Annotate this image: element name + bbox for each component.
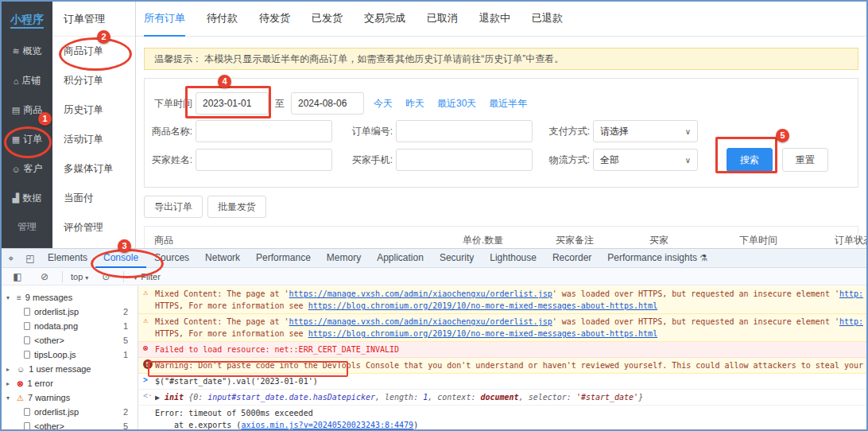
clear-console-icon[interactable]: ⊘: [35, 271, 54, 282]
tab-退款中[interactable]: 退款中: [479, 2, 510, 37]
device-toolbar-icon[interactable]: ◰: [21, 253, 40, 264]
devtools-tab-security[interactable]: Security: [432, 249, 482, 268]
expander-icon[interactable]: ▸: [6, 366, 13, 373]
secondary-sidebar: 订单管理 商品订单积分订单历史订单活动订单多媒体订单当面付评价管理: [52, 2, 136, 248]
tab-所有订单[interactable]: 所有订单: [144, 2, 185, 37]
console-tree-item-5[interactable]: ▸☺1 user message: [2, 362, 138, 376]
submenu-item-3[interactable]: 活动订单: [52, 125, 135, 154]
sidebar-item-label: 订单: [23, 133, 42, 146]
tab-交易完成[interactable]: 交易完成: [364, 2, 405, 37]
quick-link-3[interactable]: 最近半年: [489, 97, 527, 111]
console-sidebar-toggle-icon[interactable]: ◧: [8, 271, 27, 282]
sidebar-item-shop[interactable]: ⌂店铺: [2, 66, 52, 95]
console-link[interactable]: http://xcxtest.weijuju.com/res/yyxiaoche…: [839, 289, 863, 298]
console-tree-item-3[interactable]: <other>5: [2, 333, 138, 348]
expander-icon[interactable]: ▾: [6, 294, 13, 301]
console-link[interactable]: https://manage.vxsh.com/admin/xiaochengx…: [289, 289, 552, 298]
buyer-name-input[interactable]: [196, 149, 332, 171]
text-segment: Error: timeout of 5000ms exceeded: [155, 409, 313, 417]
start-date-input[interactable]: [196, 92, 269, 115]
table-header-cell: 买家: [649, 227, 668, 248]
console-message-error: ⊗Failed to load resource: net::ERR_CERT_…: [138, 342, 866, 358]
buyer-phone-label: 买家手机:: [351, 153, 393, 167]
sidebar-item-goods[interactable]: ▤商品: [2, 95, 52, 125]
submenu-item-0[interactable]: 商品订单: [52, 37, 135, 66]
console-tree-item-9[interactable]: <other>5: [2, 419, 138, 429]
message-line: HTTPS, For more information see https://…: [155, 300, 863, 312]
notice-banner: 温馨提示： 本模块只显示最近半年的商品订单，如需查看其他历史订单请前往“历史订单…: [144, 48, 858, 70]
action-button-0[interactable]: 导出订单: [144, 196, 203, 218]
buyer-phone-input[interactable]: [396, 149, 533, 171]
inspect-element-icon[interactable]: ⌖: [2, 253, 21, 264]
console-tree-item-8[interactable]: orderlist.jsp2: [2, 405, 138, 419]
tree-label: 9 messages: [25, 293, 72, 302]
context-selector[interactable]: top ▾: [71, 272, 88, 282]
console-tree-item-0[interactable]: ▾≡9 messages: [2, 290, 138, 305]
product-name-input[interactable]: [196, 120, 332, 142]
devtools-tab-memory[interactable]: Memory: [319, 249, 369, 268]
quick-link-1[interactable]: 昨天: [405, 97, 424, 111]
quick-link-0[interactable]: 今天: [374, 97, 393, 111]
search-button[interactable]: 搜索: [727, 148, 773, 172]
logistics-select[interactable]: 全部 ∨: [593, 149, 698, 171]
sidebar-item-overview[interactable]: ≋概览: [2, 37, 52, 66]
message-text: Warning: Don't paste code into the DevTo…: [155, 359, 863, 371]
sidebar-item-orders[interactable]: ▦订单: [2, 125, 52, 154]
submenu-item-6[interactable]: 评价管理: [52, 213, 135, 243]
console-sidebar: ▾≡9 messagesorderlist.jsp2nodata.png1<ot…: [2, 286, 138, 429]
action-button-1[interactable]: 批量发货: [207, 196, 266, 218]
console-link[interactable]: https://blog.chromium.org/2019/10/no-mor…: [308, 301, 658, 310]
sidebar-item-admin[interactable]: 管理: [2, 213, 52, 240]
console-tree-item-4[interactable]: tipsLoop.js1: [2, 348, 138, 362]
submenu-item-2[interactable]: 历史订单: [52, 95, 135, 125]
console-link[interactable]: http://xcxtest.weijuju.com/res/yyxiaoche…: [839, 317, 863, 326]
message-line: $("#start_date").val('2023-01-01'): [155, 375, 318, 387]
console-message-input: >$("#start_date").val('2023-01-01'): [138, 374, 866, 390]
order-no-input[interactable]: [396, 120, 533, 142]
tab-已取消[interactable]: 已取消: [427, 2, 458, 37]
tab-已发货[interactable]: 已发货: [312, 2, 343, 37]
pay-method-value: 请选择: [600, 125, 629, 138]
product-name-label: 商品名称:: [151, 125, 192, 138]
text-segment[interactable]: ▶: [155, 393, 165, 402]
devtools-tab-application[interactable]: Application: [369, 249, 432, 268]
reset-button[interactable]: 重置: [782, 148, 828, 172]
text-segment: ' was loaded over HTTPS, but requested a…: [552, 317, 839, 326]
console-tree-item-6[interactable]: ▸⊗1 error: [2, 376, 138, 390]
tree-count: 2: [123, 407, 128, 417]
devtools-tab-network[interactable]: Network: [197, 249, 248, 268]
quick-link-2[interactable]: 最近30天: [437, 97, 476, 111]
console-link[interactable]: axios.min.js?v=20240520023243:8:4479: [241, 421, 413, 429]
text-segment: input#start_date.date.hasDatepicker: [207, 393, 375, 402]
console-tree-item-1[interactable]: orderlist.jsp2: [2, 305, 138, 319]
tab-已退款[interactable]: 已退款: [532, 2, 563, 37]
chart-icon: ▟: [13, 193, 19, 204]
message-text: ▶ init {0: input#start_date.date.hasDate…: [155, 391, 643, 403]
devtools-tab-lighthouse[interactable]: Lighthouse: [482, 249, 544, 268]
app-logo[interactable]: 小程序: [2, 2, 52, 37]
devtools-tab-performance[interactable]: Performance: [248, 249, 319, 268]
console-tree-item-7[interactable]: ▾⚠7 warnings: [2, 390, 138, 405]
devtools-tab-sources[interactable]: Sources: [146, 249, 197, 268]
console-tree-item-2[interactable]: nodata.png1: [2, 319, 138, 333]
devtools-tab-elements[interactable]: Elements: [40, 249, 95, 268]
devtools-tab-console[interactable]: Console: [95, 249, 146, 268]
console-filter[interactable]: ▼ Filter: [132, 272, 160, 282]
end-date-input[interactable]: [291, 92, 364, 115]
submenu-item-4[interactable]: 多媒体订单: [52, 154, 135, 184]
submenu-item-5[interactable]: 当面付: [52, 184, 135, 213]
console-link[interactable]: https://manage.vxsh.com/admin/xiaochengx…: [289, 317, 552, 326]
sidebar-item-customers[interactable]: ☺客户: [2, 154, 52, 184]
tab-待发货[interactable]: 待发货: [259, 2, 290, 37]
tab-待付款[interactable]: 待付款: [207, 2, 238, 37]
sidebar-item-data[interactable]: ▟数据: [2, 184, 52, 213]
console-link[interactable]: https://blog.chromium.org/2019/10/no-mor…: [308, 329, 658, 338]
expander-icon[interactable]: ▸: [6, 380, 13, 387]
pay-method-select[interactable]: 请选择 ∨: [593, 120, 698, 142]
devtools-tab-recorder[interactable]: Recorder: [544, 249, 599, 268]
eye-icon[interactable]: ⊙: [96, 271, 115, 282]
submenu-item-1[interactable]: 积分订单: [52, 66, 135, 95]
devtools-panel: ⌖ ◰ ElementsConsoleSourcesNetworkPerform…: [2, 248, 866, 429]
expander-icon[interactable]: ▾: [6, 394, 13, 402]
devtools-tab-performance-insights[interactable]: Performance insights⚗: [599, 249, 715, 268]
